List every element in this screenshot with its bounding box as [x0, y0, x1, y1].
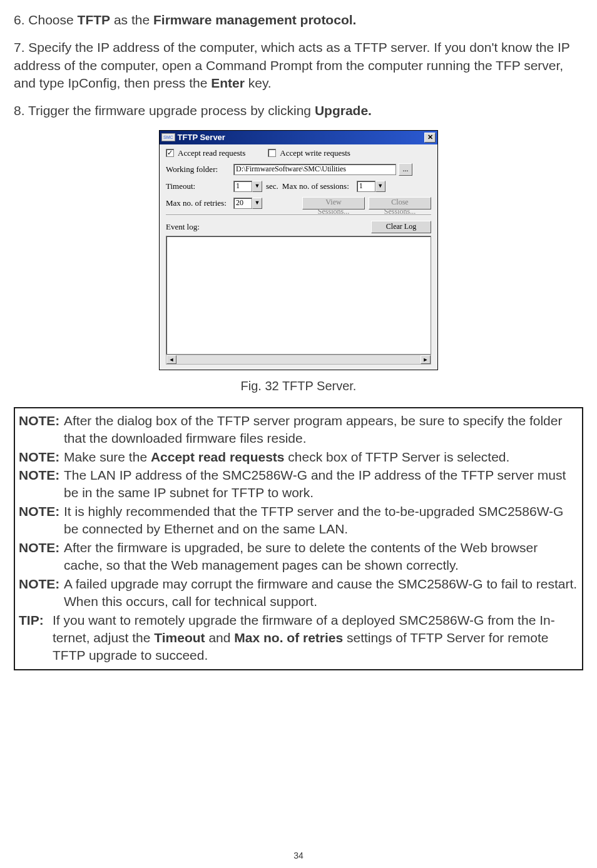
browse-button[interactable]: ...: [399, 163, 412, 176]
tip-body: If you want to remotely upgrade the firm…: [53, 612, 578, 664]
event-log-label: Event log:: [166, 222, 371, 232]
step7-bold: Enter: [211, 76, 245, 90]
tip-label: TIP:: [19, 612, 53, 664]
tip: TIP: If you want to remotely upgrade the…: [19, 612, 578, 664]
close-icon: ✕: [427, 133, 433, 141]
step6-bold1: TFTP: [78, 13, 111, 27]
step7-tail: key.: [245, 76, 272, 90]
retries-row: Max no. of retries: ▼ View Sessions... C…: [166, 197, 431, 209]
note-label: NOTE:: [19, 412, 64, 447]
note-6: NOTE: A failed upgrade may corrupt the f…: [19, 575, 578, 610]
accept-read-label: Accept read requests: [178, 148, 245, 158]
note2-post: check box of TFTP Server is selected.: [285, 450, 510, 464]
note-body: Make sure the Accept read requests check…: [64, 448, 578, 466]
note2-bold: Accept read requests: [151, 450, 285, 464]
accept-row: ✓ Accept read requests Accept write requ…: [166, 148, 431, 158]
note-4: NOTE: It is highly recommended that the …: [19, 503, 578, 538]
tip-mid: and: [205, 630, 235, 645]
dialog-title: TFTP Server: [178, 133, 424, 142]
tip-bold2: Max no. of retries: [234, 630, 343, 645]
max-sessions-input[interactable]: [357, 181, 375, 192]
figure-caption: Fig. 32 TFTP Server.: [14, 379, 583, 393]
step6-mid: as the: [110, 13, 153, 27]
note-label: NOTE:: [19, 467, 64, 502]
tftp-dialog-screenshot: SMC TFTP Server ✕ ✓ Accept read requests…: [159, 130, 438, 370]
step7-text: 7. Specify the IP address of the compute…: [14, 40, 569, 90]
sec-label: sec.: [266, 181, 278, 191]
note-body: The LAN IP address of the SMC2586W-G and…: [64, 467, 578, 502]
timeout-combo[interactable]: ▼: [233, 181, 262, 192]
notes-box: NOTE: After the dialog box of the TFTP s…: [14, 407, 583, 670]
timeout-row: Timeout: ▼ sec. Max no. of sessions: ▼: [166, 181, 431, 192]
note-label: NOTE:: [19, 448, 64, 466]
note-body: A failed upgrade may corrupt the firmwar…: [64, 575, 578, 610]
note-body: After the firmware is upgraded, be sure …: [64, 539, 578, 574]
working-folder-row: Working folder: ...: [166, 163, 431, 176]
event-log-header-row: Event log: Clear Log: [166, 221, 431, 233]
note-label: NOTE:: [19, 503, 64, 538]
timeout-input[interactable]: [233, 181, 252, 192]
max-retries-input[interactable]: [233, 198, 252, 209]
scroll-track[interactable]: [176, 355, 421, 364]
note-3: NOTE: The LAN IP address of the SMC2586W…: [19, 467, 578, 502]
max-retries-label: Max no. of retries:: [166, 198, 233, 208]
max-retries-combo[interactable]: ▼: [233, 198, 262, 209]
note2-pre: Make sure the: [64, 450, 151, 464]
chevron-down-icon[interactable]: ▼: [375, 181, 385, 192]
check-icon: ✓: [167, 149, 173, 156]
step6-prefix: 6. Choose: [14, 13, 78, 27]
horizontal-scrollbar[interactable]: ◄ ►: [166, 355, 431, 365]
checkbox-box-empty: [268, 149, 276, 157]
note-label: NOTE:: [19, 539, 64, 574]
chevron-down-icon[interactable]: ▼: [252, 198, 262, 209]
timeout-label: Timeout:: [166, 181, 233, 191]
step-6: 6. Choose TFTP as the Firmware managemen…: [14, 11, 583, 29]
page-number: 34: [0, 850, 597, 860]
step6-bold2: Firmware management protocol.: [153, 13, 356, 27]
step-7: 7. Specify the IP address of the compute…: [14, 39, 583, 92]
titlebar-badge: SMC: [161, 133, 175, 141]
scroll-right-icon[interactable]: ►: [421, 355, 431, 364]
step8-prefix: 8. Trigger the firmware upgrade process …: [14, 103, 315, 118]
step-8: 8. Trigger the firmware upgrade process …: [14, 102, 583, 119]
accept-read-checkbox[interactable]: ✓ Accept read requests: [166, 148, 245, 158]
note-5: NOTE: After the firmware is upgraded, be…: [19, 539, 578, 574]
working-folder-label: Working folder:: [166, 164, 233, 174]
accept-write-checkbox[interactable]: Accept write requests: [268, 148, 350, 158]
view-sessions-button[interactable]: View Sessions...: [302, 197, 365, 209]
close-button[interactable]: ✕: [424, 133, 436, 143]
note-1: NOTE: After the dialog box of the TFTP s…: [19, 412, 578, 447]
note-body: After the dialog box of the TFTP server …: [64, 412, 578, 447]
accept-write-label: Accept write requests: [280, 148, 350, 158]
event-log-listbox[interactable]: [166, 236, 431, 355]
chevron-down-icon[interactable]: ▼: [252, 181, 262, 192]
note-2: NOTE: Make sure the Accept read requests…: [19, 448, 578, 466]
step8-bold: Upgrade.: [315, 103, 372, 118]
clear-log-button[interactable]: Clear Log: [371, 221, 431, 233]
note-body: It is highly recommended that the TFTP s…: [64, 503, 578, 538]
working-folder-input[interactable]: [233, 164, 396, 175]
max-sessions-label: Max no. of sessions:: [282, 181, 349, 191]
close-sessions-button[interactable]: Close Sessions...: [369, 197, 431, 209]
checkbox-box: ✓: [166, 149, 174, 157]
scroll-left-icon[interactable]: ◄: [166, 355, 176, 364]
tip-bold1: Timeout: [154, 630, 205, 645]
dialog-titlebar[interactable]: SMC TFTP Server ✕: [160, 131, 437, 144]
note-label: NOTE:: [19, 575, 64, 610]
max-sessions-combo[interactable]: ▼: [357, 181, 385, 192]
